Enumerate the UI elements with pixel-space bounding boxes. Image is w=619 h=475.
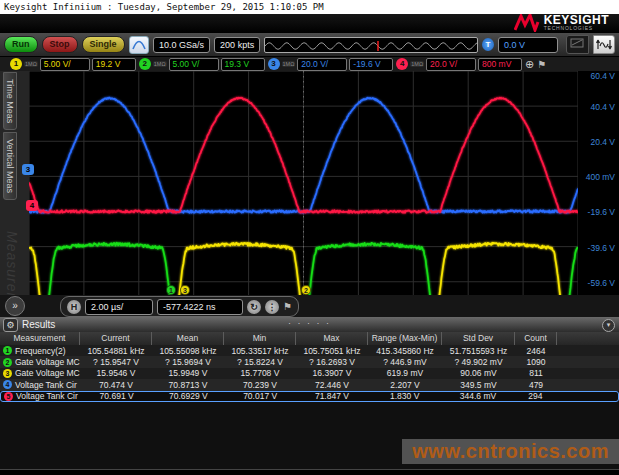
channel-1-coupling: 1MΩ: [24, 61, 38, 67]
column-header[interactable]: Std Dev: [442, 332, 515, 345]
column-header[interactable]: Count: [515, 332, 557, 345]
measurement-value: 619.9 mV: [368, 368, 442, 378]
channel-2-offset-field[interactable]: 19.3 V: [221, 58, 265, 71]
y-axis-label: 60.4 V: [590, 71, 615, 81]
table-row[interactable]: 2Gate Voltage MC? 15.9547 V? 15.9694 V? …: [0, 356, 619, 367]
y-axis-label: -39.6 V: [588, 243, 615, 253]
gear-icon[interactable]: ⚙: [3, 318, 18, 332]
column-header[interactable]: Max: [296, 332, 368, 345]
channel-1-scale-field[interactable]: 5.00 V/: [40, 58, 90, 71]
measurement-name: Voltage Tank Cir: [16, 391, 78, 401]
measurement-value: 105.55098 kHz: [152, 346, 224, 356]
display-mode-button[interactable]: [566, 35, 588, 54]
results-rows: 1Frequency(2)105.54881 kHz105.55098 kHz1…: [0, 345, 619, 402]
measurement-value: 415.345860 Hz: [368, 346, 442, 356]
stop-button[interactable]: Stop: [42, 36, 78, 53]
measurement-value: ? 15.9547 V: [80, 357, 152, 367]
column-header[interactable]: Min: [224, 332, 296, 345]
channel-4-badge[interactable]: 4: [396, 58, 408, 70]
channel-3-offset-field[interactable]: -19.6 V: [349, 58, 393, 71]
channel-2-scale-field[interactable]: 5.00 V/: [169, 58, 219, 71]
waveform-tools-button[interactable]: [593, 35, 615, 54]
grid-mode-button[interactable]: ⋮: [265, 300, 279, 314]
table-row[interactable]: 5Voltage Tank Cir70.691 V70.6929 V70.017…: [0, 391, 619, 402]
touch-curve-button[interactable]: [129, 36, 150, 54]
acquisition-preview-strip[interactable]: [264, 37, 478, 53]
measurement-name: Voltage Tank Cir: [15, 380, 77, 390]
measurement-name-cell: 2Gate Voltage MC: [0, 357, 80, 367]
results-title: Results: [22, 319, 55, 330]
tab-vertical-meas[interactable]: Vertical Meas: [3, 132, 17, 200]
curve-icon: [132, 40, 146, 50]
add-measurement-button[interactable]: ⊕: [525, 58, 534, 70]
collapse-button[interactable]: ▾: [602, 319, 615, 332]
table-row[interactable]: 3Gate Voltage MC15.9546 V15.9949 V15.770…: [0, 368, 619, 379]
measurement-value: 2464: [515, 346, 557, 356]
measurement-badge: 4: [3, 380, 12, 389]
timebase-position-field[interactable]: -577.4222 ns: [157, 299, 243, 315]
results-bottom-strip: [0, 469, 619, 475]
screen-icon: [567, 36, 587, 51]
tab-time-meas[interactable]: Time Meas: [3, 72, 17, 130]
sample-rate-field[interactable]: 10.0 GSa/s: [153, 37, 210, 53]
channel-3-badge[interactable]: 3: [268, 58, 280, 70]
measurement-value: 105.54881 kHz: [80, 346, 152, 356]
measurement-value: 70.017 V: [224, 391, 296, 401]
horizontal-icon[interactable]: H: [67, 300, 81, 314]
measurement-value: 2.207 V: [368, 380, 442, 390]
measurement-marker[interactable]: 1: [166, 285, 176, 295]
measurement-value: 811: [515, 368, 557, 378]
run-button[interactable]: Run: [4, 36, 38, 53]
measurement-badge: 3: [3, 369, 12, 378]
column-header[interactable]: Current: [80, 332, 152, 345]
trigger-source-icon[interactable]: T: [482, 38, 494, 51]
channel-3-ground-marker[interactable]: 3: [22, 164, 34, 175]
keysight-spark-icon: [514, 14, 540, 32]
timebase-scale-field[interactable]: 2.00 µs/: [85, 299, 153, 315]
waveform-arrows-icon: [596, 38, 612, 51]
measurement-value: 1.830 V: [368, 391, 442, 401]
channel-4-group: 41MΩ20.0 V/800 mV: [396, 58, 522, 71]
logo-brand: KEYSIGHT: [544, 15, 609, 25]
timebase-bar: » H 2.00 µs/ -577.4222 ns ↻ ⋮ ⚑: [0, 295, 619, 317]
logo-bar: KEYSIGHT TECHNOLOGIES: [0, 14, 619, 33]
table-row[interactable]: 4Voltage Tank Cir70.474 V70.8713 V70.239…: [0, 379, 619, 390]
channel-4-ground-marker[interactable]: 4: [26, 200, 38, 211]
measurement-value: 15.9546 V: [80, 368, 152, 378]
measurement-marker[interactable]: 3: [180, 285, 190, 295]
measurement-value: 294: [514, 391, 556, 401]
measurement-name-cell: 3Gate Voltage MC: [0, 368, 80, 378]
channel-settings-bar: 11MΩ5.00 V/19.2 V21MΩ5.00 V/19.3 V31MΩ20…: [0, 56, 619, 71]
column-header[interactable]: Mean: [152, 332, 224, 345]
channel-1-offset-field[interactable]: 19.2 V: [92, 58, 136, 71]
measurement-marker[interactable]: 2: [301, 285, 311, 295]
channel-4-scale-field[interactable]: 20.0 V/: [426, 58, 476, 71]
channel-4-offset-field[interactable]: 800 mV: [478, 58, 522, 71]
measurement-value: 71.847 V: [296, 391, 368, 401]
memory-depth-field[interactable]: 200 kpts: [214, 37, 260, 53]
channel-1-badge[interactable]: 1: [10, 58, 22, 70]
expand-button[interactable]: »: [5, 296, 25, 316]
measurement-name: Frequency(2): [15, 346, 66, 356]
measurement-value: 70.6929 V: [153, 391, 225, 401]
single-button[interactable]: Single: [82, 36, 125, 53]
column-header[interactable]: [557, 332, 619, 345]
preview-waveform-icon: [265, 40, 478, 52]
channel-2-badge[interactable]: 2: [139, 58, 151, 70]
trigger-level-field[interactable]: 0.0 V: [498, 37, 558, 53]
measurement-name-cell: 4Voltage Tank Cir: [0, 380, 80, 390]
channel-4-coupling: 1MΩ: [410, 61, 424, 67]
results-header[interactable]: ⚙ Results · · · · · ▾: [0, 317, 619, 332]
column-header[interactable]: Measurement: [0, 332, 80, 345]
pin-icon[interactable]: ⚑: [283, 301, 292, 312]
column-header[interactable]: Range (Max-Min): [368, 332, 442, 345]
measurement-value: ? 15.8224 V: [224, 357, 296, 367]
pin-icon[interactable]: ⚑: [537, 59, 546, 70]
channel-3-scale-field[interactable]: 20.0 V/: [297, 58, 347, 71]
results-panel: ⚙ Results · · · · · ▾ MeasurementCurrent…: [0, 317, 619, 475]
table-row[interactable]: 1Frequency(2)105.54881 kHz105.55098 kHz1…: [0, 345, 619, 356]
zoom-mode-button[interactable]: ↻: [247, 300, 261, 314]
drag-grip-icon[interactable]: · · · · ·: [288, 318, 331, 328]
measurement-value: 105.33517 kHz: [224, 346, 296, 356]
measurement-value: 1090: [515, 357, 557, 367]
